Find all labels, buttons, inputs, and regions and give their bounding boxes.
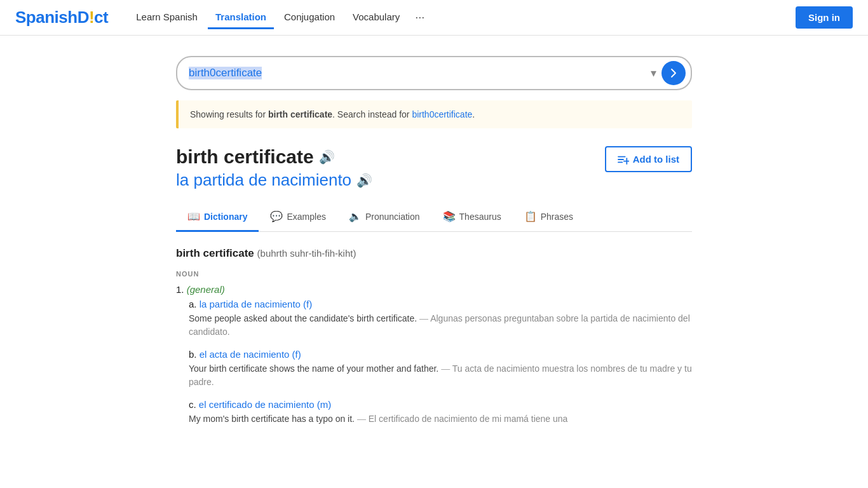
word-sound-icon[interactable]: 🔊: [319, 149, 335, 165]
em-dash-b: —: [441, 363, 452, 374]
dictionary-section: birth certificate (buhrth suhr-tih-fih-k…: [176, 232, 692, 426]
search-dropdown-arrow[interactable]: ▾: [651, 66, 656, 80]
tab-thesaurus-icon: 📚: [443, 210, 456, 222]
search-area: ▾: [161, 56, 707, 90]
tab-examples-icon: 💬: [270, 210, 283, 222]
def-letter-b: b. el acta de nacimiento (f): [189, 349, 692, 360]
def-number-1: 1. (general): [176, 284, 692, 295]
word-spanish: la partida de nacimiento: [176, 170, 351, 190]
pos-label: NOUN: [176, 270, 692, 278]
def-translation-a[interactable]: la partida de nacimiento (f): [200, 299, 313, 309]
definition-block-1: 1. (general) a. la partida de nacimiento…: [176, 284, 692, 426]
main-content: birth certificate 🔊 la partida de nacimi…: [161, 146, 707, 463]
tab-phrases-label: Phrases: [541, 212, 573, 222]
tab-examples[interactable]: 💬 Examples: [259, 203, 337, 232]
search-submit-button[interactable]: [661, 61, 686, 85]
notice-text-prefix: Showing results for: [190, 109, 268, 119]
dict-word: birth certificate: [176, 247, 254, 259]
nav-item-translation[interactable]: Translation: [208, 6, 274, 29]
em-dash-a: —: [419, 313, 430, 323]
header: SpanishD!ct Learn Spanish Translation Co…: [0, 0, 868, 36]
def-item-b: b. el acta de nacimiento (f) Your birth …: [176, 349, 692, 389]
word-header: birth certificate 🔊 la partida de nacimi…: [176, 146, 692, 190]
search-input[interactable]: [189, 67, 646, 79]
tab-pronunciation-label: Pronunciation: [365, 212, 420, 222]
def-translation-c[interactable]: el certificado de nacimiento (m): [199, 399, 331, 410]
notice-search-link[interactable]: birth0certificate: [412, 109, 472, 119]
tab-pronunciation[interactable]: 🔈 Pronunciation: [337, 203, 431, 232]
notice-box: Showing results for birth certificate. S…: [176, 100, 692, 128]
notice-banner: Showing results for birth certificate. S…: [161, 100, 707, 128]
logo-exclamation: !: [89, 8, 94, 27]
def-category-1: (general): [187, 284, 225, 295]
dict-phonetic: (buhrth suhr-tih-fih-kiht): [257, 248, 356, 259]
word-title-block: birth certificate 🔊 la partida de nacimi…: [176, 146, 372, 190]
tab-dictionary[interactable]: 📖 Dictionary: [176, 203, 259, 232]
nav-item-learn-spanish[interactable]: Learn Spanish: [128, 6, 205, 29]
word-phonetic-block: birth certificate (buhrth suhr-tih-fih-k…: [176, 247, 692, 260]
add-to-list-label: Add to list: [633, 154, 679, 165]
site-logo[interactable]: SpanishD!ct: [15, 8, 108, 27]
sign-in-button[interactable]: Sign in: [796, 6, 853, 29]
em-dash-c: —: [357, 414, 369, 424]
example-en-c: My mom's birth certificate has a typo on…: [189, 412, 692, 426]
add-to-list-button[interactable]: Add to list: [605, 146, 692, 172]
word-title: birth certificate 🔊: [176, 146, 335, 168]
nav-item-conjugation[interactable]: Conjugation: [276, 6, 342, 29]
word-spanish-sound-icon[interactable]: 🔊: [356, 173, 372, 188]
tab-phrases-icon: 📋: [524, 210, 537, 222]
def-translation-link-b[interactable]: el acta de nacimiento (f): [200, 349, 301, 360]
def-letter-c: c. el certificado de nacimiento (m): [189, 399, 692, 410]
notice-text-middle: . Search instead for: [332, 109, 412, 119]
tab-thesaurus[interactable]: 📚 Thesaurus: [431, 203, 513, 232]
tab-pronunciation-icon: 🔈: [349, 210, 362, 222]
word-english: birth certificate: [176, 146, 314, 168]
tab-phrases[interactable]: 📋 Phrases: [513, 203, 585, 232]
def-translation-link-c[interactable]: el certificado de nacimiento (m): [199, 399, 331, 410]
def-item-c: c. el certificado de nacimiento (m) My m…: [176, 399, 692, 426]
word-translation: la partida de nacimiento 🔊: [176, 170, 372, 190]
tab-dictionary-icon: 📖: [187, 210, 200, 222]
tab-examples-label: Examples: [287, 212, 325, 222]
notice-text-suffix: .: [472, 109, 475, 119]
tab-dictionary-label: Dictionary: [204, 212, 247, 222]
tab-thesaurus-label: Thesaurus: [459, 212, 501, 222]
search-bar: ▾: [176, 56, 692, 90]
search-submit-icon: [668, 67, 679, 79]
def-letter-a: a. la partida de nacimiento (f): [189, 299, 692, 309]
add-to-list-icon: [618, 154, 629, 165]
tabs-bar: 📖 Dictionary 💬 Examples 🔈 Pronunciation …: [176, 203, 692, 232]
def-translation-b[interactable]: el acta de nacimiento (f): [200, 349, 301, 360]
notice-corrected-word: birth certificate: [268, 109, 332, 119]
def-translation-link-a[interactable]: la partida de nacimiento (f): [200, 299, 313, 309]
logo-text: SpanishD!ct: [15, 8, 108, 27]
nav-item-vocabulary[interactable]: Vocabulary: [345, 6, 407, 29]
example-en-b: Your birth certificate shows the name of…: [189, 362, 692, 389]
example-es-c: El certificado de nacimiento de mi mamá …: [369, 414, 568, 424]
example-en-a: Some people asked about the candidate's …: [189, 312, 692, 339]
main-nav: Learn Spanish Translation Conjugation Vo…: [128, 6, 430, 29]
nav-more-button[interactable]: ···: [410, 6, 430, 29]
def-item-a: a. la partida de nacimiento (f) Some peo…: [176, 299, 692, 339]
